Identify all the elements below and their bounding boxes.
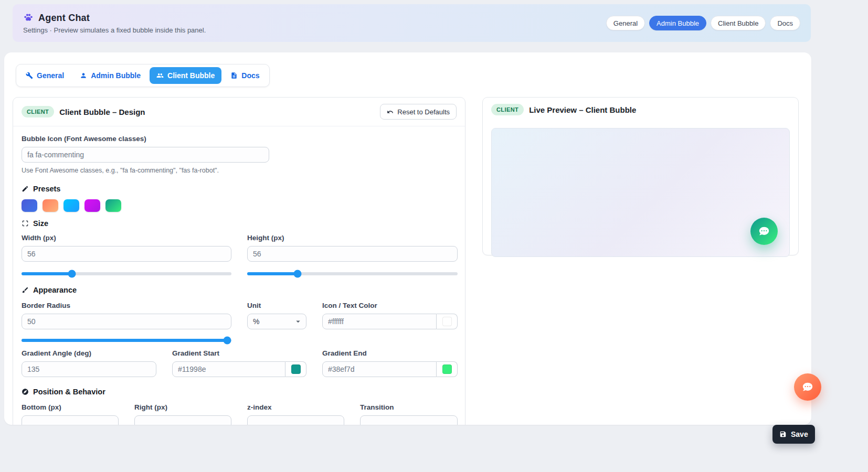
gradient-end-input[interactable] <box>322 361 437 377</box>
bottom-field: Bottom (px) <box>22 403 119 425</box>
page-subtitle: Settings · Preview simulates a fixed bub… <box>23 26 206 34</box>
icon-color-chip <box>442 317 452 326</box>
preview-card-header: CLIENT Live Preview – Client Bubble <box>483 98 798 122</box>
width-input[interactable] <box>22 246 231 262</box>
size-label: Size <box>33 219 48 228</box>
position-label: Position & Behavior <box>33 388 105 396</box>
gradient-start-chip <box>291 364 301 374</box>
slider-thumb[interactable] <box>224 337 231 345</box>
gradient-end-chip <box>442 364 452 374</box>
header-nav-general[interactable]: General <box>606 16 645 30</box>
gradient-start-field: Gradient Start <box>172 349 306 377</box>
preset-swatches <box>22 199 457 212</box>
bubble-icon-input[interactable] <box>22 147 269 163</box>
save-button[interactable]: Save <box>772 425 815 444</box>
book-icon <box>230 72 238 79</box>
gradient-start-input[interactable] <box>172 361 285 377</box>
gradient-angle-label: Gradient Angle (deg) <box>22 349 156 357</box>
gradient-end-picker[interactable] <box>437 361 458 377</box>
preset-swatch-magenta[interactable] <box>84 199 100 212</box>
preview-card-title: Live Preview – Client Bubble <box>529 105 636 114</box>
bubble-icon-help: Use Font Awesome classes, e.g., "fa fa-c… <box>22 167 457 174</box>
wrench-icon <box>26 72 33 79</box>
chat-dots-icon <box>758 226 770 237</box>
tab-label: Client Bubble <box>167 71 215 80</box>
appearance-label: Appearance <box>33 286 77 294</box>
presets-heading: Presets <box>22 185 457 193</box>
users-icon <box>156 72 164 79</box>
preset-swatch-orange[interactable] <box>43 199 58 212</box>
app-header: Agent Chat Settings · Preview simulates … <box>13 4 811 42</box>
compass-icon <box>22 388 29 395</box>
floating-chat-bubble[interactable] <box>794 373 821 401</box>
preview-chat-bubble[interactable] <box>750 218 778 245</box>
unit-select[interactable]: % <box>247 314 306 329</box>
zindex-field: z-index <box>247 403 344 425</box>
height-input[interactable] <box>247 246 458 262</box>
border-radius-slider[interactable] <box>22 339 231 342</box>
gradient-angle-field: Gradient Angle (deg) <box>22 349 156 377</box>
tab-admin-bubble[interactable]: Admin Bubble <box>73 67 147 84</box>
gradient-angle-input[interactable] <box>22 361 156 377</box>
design-card-title: Client Bubble – Design <box>59 108 145 116</box>
chevron-down-icon <box>293 317 303 326</box>
bubble-icon-label: Bubble Icon (Font Awesome classes) <box>22 135 457 143</box>
gradient-start-picker[interactable] <box>285 361 306 377</box>
bottom-label: Bottom (px) <box>22 403 119 411</box>
icon-color-field: Icon / Text Color <box>322 302 458 329</box>
slider-fill <box>247 272 298 275</box>
slider-fill <box>22 272 72 275</box>
width-field: Width (px) <box>22 234 231 275</box>
transition-field: Transition <box>360 403 458 425</box>
tab-general[interactable]: General <box>19 67 71 84</box>
reset-defaults-button[interactable]: Reset to Defaults <box>380 104 457 120</box>
gradient-start-label: Gradient Start <box>172 349 306 357</box>
right-input[interactable] <box>134 415 231 425</box>
tab-bar: General Admin Bubble Client Bubble Docs <box>16 64 270 87</box>
pencil-icon <box>22 185 29 192</box>
appearance-heading: Appearance <box>22 286 457 294</box>
tab-label: Docs <box>241 71 259 80</box>
header-nav: General Admin Bubble Client Bubble Docs <box>606 16 800 30</box>
preview-area <box>491 128 790 257</box>
width-label: Width (px) <box>22 234 231 242</box>
border-radius-field: Border Radius <box>22 302 231 329</box>
zindex-input[interactable] <box>247 415 344 425</box>
border-radius-label: Border Radius <box>22 302 231 309</box>
design-card: CLIENT Client Bubble – Design Reset to D… <box>13 97 465 425</box>
right-label: Right (px) <box>134 403 231 411</box>
header-nav-admin-bubble[interactable]: Admin Bubble <box>649 16 706 30</box>
header-nav-client-bubble[interactable]: Client Bubble <box>711 16 766 30</box>
save-label: Save <box>791 430 808 438</box>
header-title-block: Agent Chat Settings · Preview simulates … <box>23 13 206 34</box>
reset-label: Reset to Defaults <box>397 108 450 116</box>
transition-input[interactable] <box>360 415 458 425</box>
position-heading: Position & Behavior <box>22 388 457 396</box>
icon-color-input[interactable] <box>322 314 437 329</box>
height-slider[interactable] <box>247 272 458 275</box>
border-radius-input[interactable] <box>22 314 231 329</box>
header-nav-docs[interactable]: Docs <box>770 16 800 30</box>
tab-client-bubble[interactable]: Client Bubble <box>150 67 221 84</box>
transition-label: Transition <box>360 403 458 411</box>
preset-swatch-green[interactable] <box>105 199 121 212</box>
icon-color-picker[interactable] <box>437 314 458 329</box>
size-heading: Size <box>22 219 457 228</box>
slider-thumb[interactable] <box>294 270 302 278</box>
expand-icon <box>22 220 29 227</box>
preset-swatch-blue[interactable] <box>22 199 37 212</box>
slider-fill <box>22 339 227 342</box>
design-card-header: CLIENT Client Bubble – Design Reset to D… <box>13 98 465 126</box>
bottom-input[interactable] <box>22 415 119 425</box>
slider-thumb[interactable] <box>68 270 76 278</box>
gradient-end-field: Gradient End <box>322 349 458 377</box>
save-icon <box>779 431 787 438</box>
tab-docs[interactable]: Docs <box>224 67 266 84</box>
client-badge: CLIENT <box>491 104 524 115</box>
unit-label: Unit <box>247 302 306 309</box>
preset-swatch-cyan[interactable] <box>63 199 79 212</box>
main-panel: General Admin Bubble Client Bubble Docs … <box>4 52 811 425</box>
width-slider[interactable] <box>22 272 231 275</box>
preview-card: CLIENT Live Preview – Client Bubble <box>482 97 799 255</box>
client-badge: CLIENT <box>22 106 54 117</box>
